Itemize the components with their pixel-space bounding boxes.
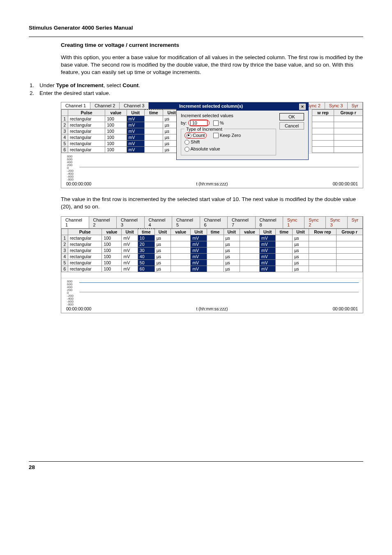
- cell-groupr[interactable]: [337, 254, 363, 260]
- cell-unit3[interactable]: mV: [259, 266, 275, 272]
- cell-unit1[interactable]: mV: [127, 146, 144, 153]
- cell-unit2[interactable]: mV: [191, 254, 207, 260]
- cell-time2[interactable]: [207, 266, 224, 272]
- cell-value[interactable]: 100: [105, 146, 127, 153]
- cancel-button[interactable]: Cancel: [279, 122, 304, 130]
- tab-channel-8[interactable]: Channel 8: [256, 217, 284, 228]
- cell-unit1[interactable]: mV: [127, 128, 144, 134]
- cell-rowrep[interactable]: [309, 254, 337, 260]
- cell-pulse[interactable]: rectangular: [68, 247, 102, 254]
- cell-value3[interactable]: [240, 241, 259, 247]
- cell-wrep[interactable]: [312, 128, 334, 134]
- cell-value1[interactable]: 100: [102, 235, 122, 241]
- cell-groupr[interactable]: [334, 122, 363, 128]
- cell-time3[interactable]: [276, 241, 293, 247]
- cell-groupr[interactable]: [337, 260, 363, 266]
- cell-groupr[interactable]: [337, 235, 363, 241]
- tab-channel-5[interactable]: Channel 5: [172, 217, 200, 228]
- cell-time[interactable]: [144, 140, 163, 146]
- cell-value2[interactable]: [171, 247, 191, 254]
- cell-tunit3[interactable]: µs: [293, 260, 309, 266]
- cell-unit2[interactable]: mV: [191, 266, 207, 272]
- cell-time[interactable]: [144, 116, 163, 122]
- cell-unit1[interactable]: mV: [127, 122, 144, 128]
- cell-time[interactable]: [144, 146, 163, 153]
- tab-channel-3[interactable]: Channel 3: [120, 102, 149, 109]
- cell-pulse[interactable]: rectangular: [68, 134, 105, 140]
- tab-channel-2[interactable]: Channel 2: [90, 102, 120, 109]
- cell-value2[interactable]: [171, 260, 191, 266]
- increment-value-input[interactable]: 10: [190, 120, 208, 126]
- cell-tunit1[interactable]: µs: [154, 235, 171, 241]
- cell-rowrep[interactable]: [309, 235, 337, 241]
- cell-rowrep[interactable]: [309, 266, 337, 272]
- cell-tunit2[interactable]: µs: [224, 235, 240, 241]
- cell-unit3[interactable]: mV: [259, 241, 275, 247]
- cell-value[interactable]: 100: [105, 128, 127, 134]
- cell-value[interactable]: 100: [105, 122, 127, 128]
- tab-sync-3[interactable]: Sync 3: [325, 102, 348, 109]
- tab-channel-1[interactable]: Channel 1: [61, 217, 89, 228]
- cell-time2[interactable]: [207, 241, 224, 247]
- cell-time1[interactable]: 30: [138, 247, 154, 254]
- cell-unit3[interactable]: mV: [259, 235, 275, 241]
- cell-time1[interactable]: 20: [138, 241, 154, 247]
- cell-pulse[interactable]: rectangular: [68, 266, 102, 272]
- cell-wrep[interactable]: [312, 122, 334, 128]
- cell-value1[interactable]: 100: [102, 247, 122, 254]
- cell-time2[interactable]: [207, 235, 224, 241]
- cell-time3[interactable]: [276, 235, 293, 241]
- tab-sync-2[interactable]: Sync 2: [304, 217, 326, 228]
- cell-groupr[interactable]: [334, 140, 363, 146]
- cell-time1[interactable]: 40: [138, 254, 154, 260]
- cell-pulse[interactable]: rectangular: [68, 122, 105, 128]
- cell-tunit2[interactable]: µs: [224, 266, 240, 272]
- cell-tunit2[interactable]: µs: [224, 241, 240, 247]
- cell-unit2[interactable]: mV: [191, 241, 207, 247]
- cell-pulse[interactable]: rectangular: [68, 128, 105, 134]
- close-icon[interactable]: ×: [299, 104, 306, 110]
- cell-unit2[interactable]: mV: [191, 247, 207, 254]
- cell-tunit3[interactable]: µs: [293, 247, 309, 254]
- cell-value[interactable]: 100: [105, 116, 127, 122]
- cell-value[interactable]: 100: [105, 140, 127, 146]
- cell-time3[interactable]: [276, 254, 293, 260]
- cell-tunit3[interactable]: µs: [293, 241, 309, 247]
- parameter-grid-2[interactable]: PulsevalueUnittimeUnitvalueUnittimeUnitv…: [61, 229, 363, 272]
- cell-groupr[interactable]: [334, 128, 363, 134]
- cell-value2[interactable]: [171, 241, 191, 247]
- cell-time1[interactable]: 60: [138, 266, 154, 272]
- cell-unit1[interactable]: mV: [122, 241, 138, 247]
- cell-time3[interactable]: [276, 247, 293, 254]
- cell-value[interactable]: 100: [105, 134, 127, 140]
- cell-value1[interactable]: 100: [102, 266, 122, 272]
- shift-radio[interactable]: [184, 140, 189, 145]
- cell-unit2[interactable]: mV: [191, 260, 207, 266]
- cell-unit2[interactable]: mV: [191, 235, 207, 241]
- cell-unit1[interactable]: mV: [122, 266, 138, 272]
- cell-value1[interactable]: 100: [102, 260, 122, 266]
- cell-rowrep[interactable]: [309, 247, 337, 254]
- cell-tunit2[interactable]: µs: [224, 254, 240, 260]
- cell-unit1[interactable]: mV: [127, 140, 144, 146]
- cell-time[interactable]: [144, 134, 163, 140]
- cell-value3[interactable]: [240, 247, 259, 254]
- cell-unit1[interactable]: mV: [122, 254, 138, 260]
- cell-time1[interactable]: 10: [138, 235, 154, 241]
- cell-unit1[interactable]: mV: [122, 235, 138, 241]
- cell-time1[interactable]: 50: [138, 260, 154, 266]
- cell-tunit3[interactable]: µs: [293, 266, 309, 272]
- cell-tunit1[interactable]: µs: [154, 266, 171, 272]
- cell-time3[interactable]: [276, 260, 293, 266]
- cell-time3[interactable]: [276, 266, 293, 272]
- absolute-radio[interactable]: [184, 147, 189, 152]
- cell-value2[interactable]: [171, 235, 191, 241]
- cell-value1[interactable]: 100: [102, 241, 122, 247]
- cell-value3[interactable]: [240, 260, 259, 266]
- cell-time[interactable]: [144, 128, 163, 134]
- keepzero-checkbox[interactable]: [213, 133, 219, 138]
- cell-tunit1[interactable]: µs: [154, 260, 171, 266]
- cell-time2[interactable]: [207, 247, 224, 254]
- cell-wrep[interactable]: [312, 116, 334, 122]
- cell-pulse[interactable]: rectangular: [68, 254, 102, 260]
